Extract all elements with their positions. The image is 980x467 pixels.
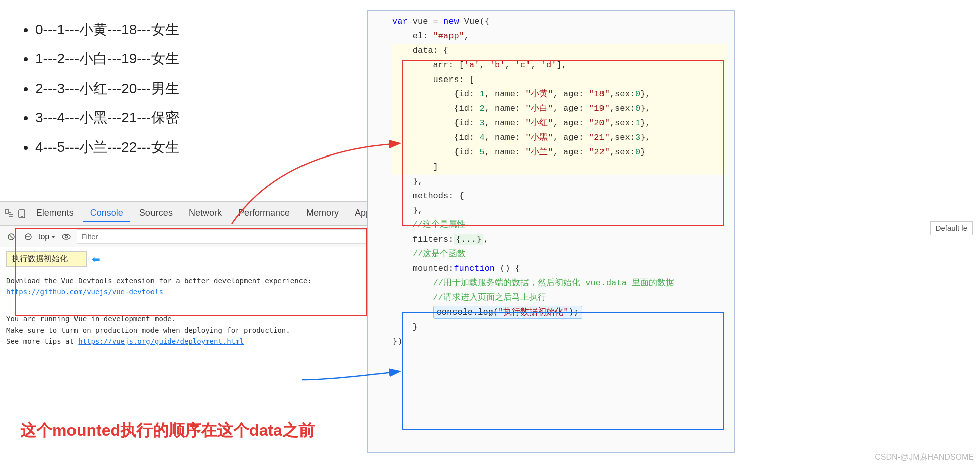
code-line: //用于加载服务端的数据，然后初始化 vue.data 里面的数据 <box>392 276 728 291</box>
console-executed-command: 执行数据初始化 <box>6 251 87 267</box>
console-toolbar: top <box>0 226 382 247</box>
code-line: el: "#app", <box>392 29 728 44</box>
devtools-tab-bar: Elements Console Sources Network Perform… <box>0 202 382 226</box>
tab-console[interactable]: Console <box>83 205 130 222</box>
svg-marker-10 <box>51 236 55 238</box>
devtools-link[interactable]: https://github.com/vuejs/vue-devtools <box>6 288 163 296</box>
code-line: methods: { <box>392 189 728 204</box>
code-line: } <box>392 320 728 335</box>
data-list: 0---1---小黄---18---女生 1---2---小白---19---女… <box>20 15 302 162</box>
tab-network[interactable]: Network <box>182 205 229 222</box>
bottom-annotation-text: 这个mounted执行的顺序在这个data之前 <box>20 420 315 442</box>
devtools-panel: Elements Console Sources Network Perform… <box>0 201 383 353</box>
svg-point-12 <box>65 235 68 238</box>
tab-elements[interactable]: Elements <box>29 205 81 222</box>
block-icon[interactable] <box>21 229 35 244</box>
console-message-1: Download the Vue Devtools extension for … <box>6 273 376 300</box>
svg-point-11 <box>62 234 70 239</box>
code-line: mounted:function () { <box>392 262 728 276</box>
code-editor-panel: var vue = new Vue({ el: "#app", data: { … <box>367 10 735 453</box>
left-content-panel: 0---1---小黄---18---女生 1---2---小白---19---女… <box>20 15 302 162</box>
inspect-element-icon[interactable] <box>4 206 15 222</box>
code-line: //请求进入页面之后马上执行 <box>392 291 728 305</box>
list-item: 3---4---小黑---21---保密 <box>35 103 302 132</box>
code-line: //这个是属性 <box>392 218 728 232</box>
code-line: console.log("执行数据初始化"); <box>392 305 728 320</box>
tab-sources[interactable]: Sources <box>132 205 180 222</box>
code-line: {id: 4, name: "小黑", age: "21",sex:3}, <box>392 131 728 145</box>
code-line: ] <box>392 160 728 175</box>
tab-performance[interactable]: Performance <box>231 205 297 222</box>
list-item: 0---1---小黄---18---女生 <box>35 15 302 44</box>
list-item: 4---5---小兰---22---女生 <box>35 133 302 162</box>
list-item: 1---2---小白---19---女生 <box>35 44 302 73</box>
code-line: data: { <box>392 44 728 58</box>
svg-rect-0 <box>5 210 9 213</box>
clear-console-button[interactable] <box>4 229 18 244</box>
code-line: filters:{...}, <box>392 232 728 247</box>
code-content-area: var vue = new Vue({ el: "#app", data: { … <box>386 11 734 353</box>
console-arrow-indicator: ⬅ <box>92 253 100 265</box>
console-input-line: 执行数据初始化 ⬅ <box>6 251 376 270</box>
context-selector[interactable]: top <box>38 232 56 241</box>
console-output-area: 执行数据初始化 ⬅ Download the Vue Devtools exte… <box>0 247 382 353</box>
tab-memory[interactable]: Memory <box>299 205 346 222</box>
code-line: {id: 3, name: "小红", age: "20",sex:1}, <box>392 116 728 131</box>
default-level-badge: Default le <box>930 221 973 235</box>
device-toolbar-icon[interactable] <box>17 206 27 222</box>
code-line: {id: 2, name: "小白", age: "19",sex:0}, <box>392 102 728 116</box>
code-line: users: [ <box>392 73 728 88</box>
code-line: //这是个函数 <box>392 247 728 262</box>
console-filter-input[interactable] <box>77 229 378 244</box>
deployment-link[interactable]: https://vuejs.org/guide/deployment.html <box>78 337 244 345</box>
code-line: arr: ['a', 'b', 'c', 'd'], <box>392 58 728 73</box>
code-line: {id: 1, name: "小黄", age: "18",sex:0}, <box>392 87 728 102</box>
console-message-2: You are running Vue in development mode.… <box>6 300 376 349</box>
eye-icon[interactable] <box>59 229 73 244</box>
svg-line-7 <box>10 235 13 238</box>
code-line: {id: 5, name: "小兰", age: "22",sex:0} <box>392 145 728 160</box>
code-line: }, <box>392 204 728 218</box>
code-line: }, <box>392 175 728 189</box>
list-item: 2---3---小红---20---男生 <box>35 74 302 103</box>
watermark-text: CSDN-@JM麻HANDSOME <box>875 452 974 463</box>
code-line: }) <box>392 335 728 349</box>
code-line: var vue = new Vue({ <box>392 15 728 29</box>
